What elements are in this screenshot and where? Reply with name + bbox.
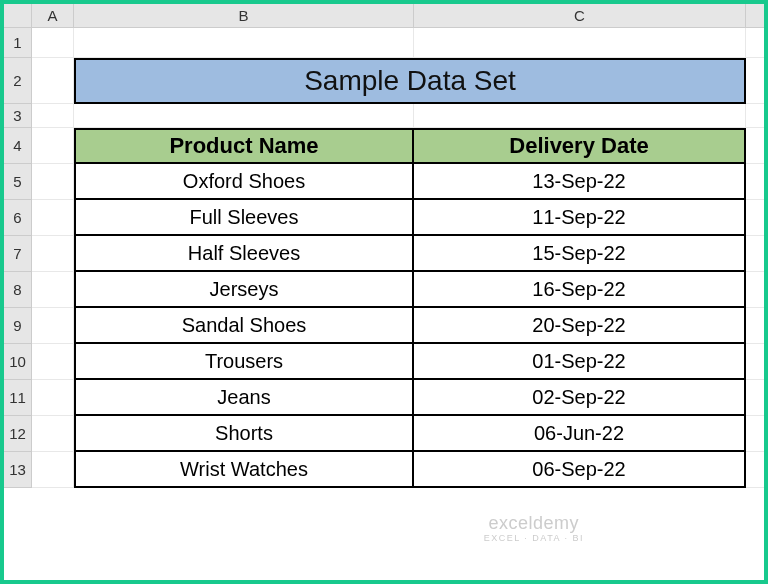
cell-a12[interactable] [32, 416, 74, 452]
select-all-corner[interactable] [4, 4, 32, 28]
cell-date-5[interactable]: 01-Sep-22 [414, 344, 746, 380]
row-header-2[interactable]: 2 [4, 58, 32, 104]
row-header-6[interactable]: 6 [4, 200, 32, 236]
cell-a6[interactable] [32, 200, 74, 236]
row-header-8[interactable]: 8 [4, 272, 32, 308]
row-header-5[interactable]: 5 [4, 164, 32, 200]
col-header-c[interactable]: C [414, 4, 746, 28]
row-header-12[interactable]: 12 [4, 416, 32, 452]
cell-product-1[interactable]: Full Sleeves [74, 200, 414, 236]
header-delivery-date[interactable]: Delivery Date [414, 128, 746, 164]
cell-d6[interactable] [746, 200, 768, 236]
row-header-10[interactable]: 10 [4, 344, 32, 380]
cell-date-6[interactable]: 02-Sep-22 [414, 380, 746, 416]
cell-c3[interactable] [414, 104, 746, 128]
cell-product-2[interactable]: Half Sleeves [74, 236, 414, 272]
cell-d2[interactable] [746, 58, 768, 104]
spreadsheet-grid: A B C 1 2 3 4 5 6 7 8 9 10 11 12 13 [4, 4, 764, 580]
col-header-b[interactable]: B [74, 4, 414, 28]
cell-date-8[interactable]: 06-Sep-22 [414, 452, 746, 488]
cell-a9[interactable] [32, 308, 74, 344]
cell-d1[interactable] [746, 28, 768, 58]
row-header-7[interactable]: 7 [4, 236, 32, 272]
cell-b3[interactable] [74, 104, 414, 128]
cell-a7[interactable] [32, 236, 74, 272]
cell-product-8[interactable]: Wrist Watches [74, 452, 414, 488]
cell-product-5[interactable]: Trousers [74, 344, 414, 380]
cell-a3[interactable] [32, 104, 74, 128]
cell-d9[interactable] [746, 308, 768, 344]
cell-product-4[interactable]: Sandal Shoes [74, 308, 414, 344]
cell-a2[interactable] [32, 58, 74, 104]
cell-d4[interactable] [746, 128, 768, 164]
cell-b1[interactable] [74, 28, 414, 58]
cell-a11[interactable] [32, 380, 74, 416]
cell-date-4[interactable]: 20-Sep-22 [414, 308, 746, 344]
row-header-11[interactable]: 11 [4, 380, 32, 416]
cell-date-3[interactable]: 16-Sep-22 [414, 272, 746, 308]
row-header-9[interactable]: 9 [4, 308, 32, 344]
cell-product-6[interactable]: Jeans [74, 380, 414, 416]
header-product-name[interactable]: Product Name [74, 128, 414, 164]
cell-a13[interactable] [32, 452, 74, 488]
cell-product-0[interactable]: Oxford Shoes [74, 164, 414, 200]
cell-d10[interactable] [746, 344, 768, 380]
col-header-a[interactable]: A [32, 4, 74, 28]
cell-a8[interactable] [32, 272, 74, 308]
app-frame: A B C 1 2 3 4 5 6 7 8 9 10 11 12 13 [0, 0, 768, 584]
cell-d3[interactable] [746, 104, 768, 128]
row-header-4[interactable]: 4 [4, 128, 32, 164]
col-header-overflow [746, 4, 768, 28]
cell-d12[interactable] [746, 416, 768, 452]
cell-a4[interactable] [32, 128, 74, 164]
row-header-1[interactable]: 1 [4, 28, 32, 58]
cell-product-3[interactable]: Jerseys [74, 272, 414, 308]
cell-date-2[interactable]: 15-Sep-22 [414, 236, 746, 272]
title-cell[interactable]: Sample Data Set [74, 58, 746, 104]
cell-d11[interactable] [746, 380, 768, 416]
cell-date-1[interactable]: 11-Sep-22 [414, 200, 746, 236]
cell-d5[interactable] [746, 164, 768, 200]
cell-a10[interactable] [32, 344, 74, 380]
cell-d8[interactable] [746, 272, 768, 308]
cell-product-7[interactable]: Shorts [74, 416, 414, 452]
row-header-13[interactable]: 13 [4, 452, 32, 488]
cell-date-7[interactable]: 06-Jun-22 [414, 416, 746, 452]
row-header-3[interactable]: 3 [4, 104, 32, 128]
cell-a5[interactable] [32, 164, 74, 200]
cell-d7[interactable] [746, 236, 768, 272]
cell-date-0[interactable]: 13-Sep-22 [414, 164, 746, 200]
cell-d13[interactable] [746, 452, 768, 488]
cell-a1[interactable] [32, 28, 74, 58]
cell-c1[interactable] [414, 28, 746, 58]
